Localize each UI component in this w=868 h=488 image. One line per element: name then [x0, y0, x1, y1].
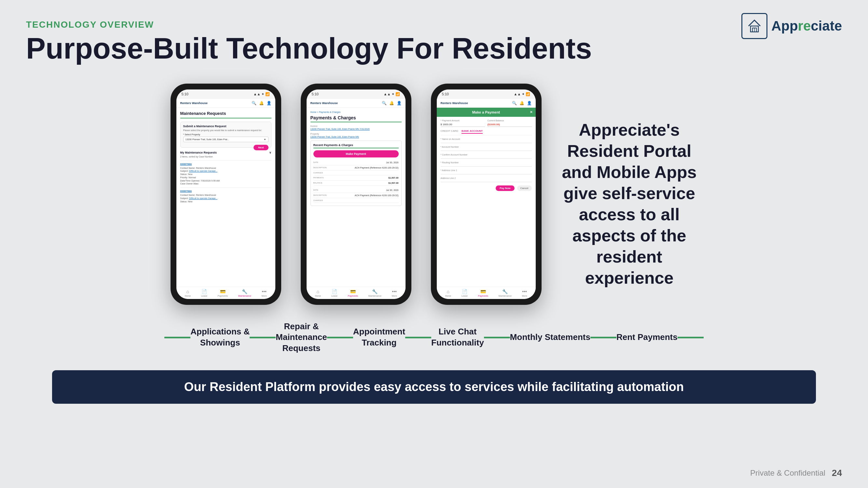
request-1-number[interactable]: 00087866 [180, 163, 272, 166]
p2-home-icon: ⌂ [317, 289, 319, 294]
phone-1-nav-icons: 🔍 🔔 👤 [252, 101, 272, 105]
phone-2-brand: Renters Warehouse [310, 101, 338, 105]
confirm-input[interactable] [441, 157, 532, 159]
make-payment-modal-header: Make a Payment ✕ [437, 108, 536, 117]
p3-payments-label: Payments [478, 295, 488, 297]
phone-1-brand: Renters Warehouse [180, 101, 208, 105]
next-button[interactable]: Next [253, 145, 268, 150]
payment-method-tabs: CREDIT CARD BANK ACCOUNT [441, 129, 532, 135]
search-icon[interactable]: 🔍 [252, 101, 256, 105]
phone-1-status-bar: 5:10 ▲▲ ✦ 📶 [177, 90, 275, 99]
search-icon-2[interactable]: 🔍 [382, 101, 386, 105]
user-icon-3[interactable]: 👤 [527, 101, 532, 105]
address2-input[interactable] [441, 180, 532, 182]
request-2-number[interactable]: 00087866 [180, 190, 272, 193]
name-input[interactable] [441, 141, 532, 143]
date2-value: Jul 30, 2020 [386, 189, 398, 191]
feature-label-4: Live ChatFunctionality [431, 326, 484, 349]
p2-nav-lease[interactable]: 📄 Lease [331, 289, 338, 297]
bank-account-tab[interactable]: BANK ACCOUNT [462, 129, 483, 134]
nav-more[interactable]: ••• More [262, 289, 267, 297]
search-icon-3[interactable]: 🔍 [512, 101, 517, 105]
r1-subject[interactable]: Difficult to operate Garage... [189, 170, 217, 172]
phones-container: 5:10 ▲▲ ✦ 📶 Renters Warehouse 🔍 🔔 👤 Main… [170, 84, 541, 305]
payments-row-1: PAYMENTS $1,507.00 [313, 175, 399, 181]
p2-nav-more[interactable]: ••• More [392, 289, 397, 297]
property-select[interactable]: 13200 Pioneer Trail, Suite 100, Eden Pra… [183, 137, 269, 142]
p2-nav-payments[interactable]: 💳 Payments [348, 289, 358, 297]
nav-lease-label: Lease [201, 295, 207, 297]
p2-more-icon: ••• [392, 289, 397, 294]
invoice-label: Invoice [310, 125, 402, 127]
feature-label-2: Repair &MaintenanceRequests [276, 321, 327, 354]
phone-3-bottom-nav: ⌂ Home 📄 Lease 💳 Payments 🔧 [437, 287, 536, 299]
request-1-details: Contact Name: Renters Warehouse Subject:… [180, 167, 272, 186]
r2-contact: Renters Warehouse [196, 194, 216, 196]
nav-lease[interactable]: 📄 Lease [201, 289, 207, 297]
address1-label: * Address Line 1 [441, 169, 532, 171]
confirm-label: * Confirm Account Number [441, 154, 532, 156]
p3-nav-lease[interactable]: 📄 Lease [462, 289, 468, 297]
p2-nav-home[interactable]: ⌂ Home [315, 289, 321, 297]
credit-card-tab[interactable]: CREDIT CARD [441, 129, 459, 134]
right-heading-text: Appreciate's Resident Portal and Mobile … [562, 120, 696, 287]
p3-nav-more[interactable]: ••• More [522, 289, 527, 297]
home-icon: ⌂ [186, 289, 189, 294]
desc1-label: DESCRIPTION [313, 167, 327, 169]
amount-input[interactable]: $ 1600.00 [441, 122, 485, 127]
nav-maintenance[interactable]: 🔧 Maintenance [238, 289, 251, 297]
p2-nav-maintenance[interactable]: 🔧 Maintenance [368, 289, 381, 297]
phone-1-bottom-nav: ⌂ Home 📄 Lease 💳 Payments 🔧 [177, 287, 275, 299]
nav-maintenance-label: Maintenance [238, 295, 251, 297]
bottom-banner-text: Our Resident Platform provides easy acce… [71, 380, 797, 394]
feature-dash-3 [405, 337, 431, 338]
phone-2-status-bar: 5:10 ▲▲ ✦ 📶 [307, 90, 405, 99]
close-modal-icon[interactable]: ✕ [530, 110, 532, 114]
balance-label: Current Balance [488, 120, 532, 122]
phone-2-bottom-nav: ⌂ Home 📄 Lease 💳 Payments 🔧 [307, 287, 405, 299]
footer-label: Private & Confidential [750, 468, 825, 478]
invoice-link[interactable]: 13200 Pioneer Trail, Suite 100, Eden Pra… [310, 128, 402, 130]
logo-text: Appreciate [771, 18, 842, 34]
phone-3-screen: 5:10 ▲▲ ✦ 📶 Renters Warehouse 🔍 🔔 👤 [437, 90, 536, 299]
footer-page: 24 [832, 468, 842, 478]
balance-col: Current Balance ($1600.00) [488, 120, 532, 127]
features-row: Applications &Showings Repair &Maintenan… [26, 321, 842, 354]
nav-home[interactable]: ⌂ Home [185, 289, 191, 297]
select-label: * Select Property [183, 133, 269, 136]
maintenance-icon: 🔧 [242, 289, 247, 294]
balance1-label: BALANCE [313, 182, 322, 184]
routing-number-field: * Routing Number [441, 161, 532, 167]
routing-input[interactable] [441, 164, 532, 167]
account-input[interactable] [441, 149, 532, 151]
payments1-value: $1,507.00 [388, 177, 398, 179]
r2-subject[interactable]: Difficult to operate Garage... [189, 197, 217, 199]
r2-status: New [188, 200, 192, 203]
desc2-value: ACH Payment (Reference #100-100-29:32) [355, 194, 399, 196]
property-link[interactable]: 13200 Pioneer Trail, Suite 100, Eden Pra… [310, 136, 402, 138]
nav-payments[interactable]: 💳 Payments [218, 289, 228, 297]
my-requests-toggle[interactable]: ∨ [269, 151, 272, 154]
request-item-2: 00087866 Contact Name: Renters Warehouse… [180, 187, 272, 205]
user-icon-2[interactable]: 👤 [397, 101, 402, 105]
pay-now-button[interactable]: Pay Now [496, 186, 514, 191]
cancel-button[interactable]: Cancel [517, 186, 532, 191]
content-area: 5:10 ▲▲ ✦ 📶 Renters Warehouse 🔍 🔔 👤 Main… [26, 84, 842, 305]
payments1-label: PAYMENTS [313, 177, 324, 179]
bell-icon[interactable]: 🔔 [259, 101, 264, 105]
user-icon[interactable]: 👤 [267, 101, 272, 105]
bell-icon-2[interactable]: 🔔 [389, 101, 394, 105]
p3-more-label: More [522, 295, 527, 297]
p2-nav-home-label: Home [315, 295, 321, 297]
modal-title: Make a Payment [472, 110, 500, 114]
charges1-label: CHARGES [313, 172, 323, 174]
p3-nav-maintenance[interactable]: 🔧 Maintenance [499, 289, 512, 297]
address1-input[interactable] [441, 172, 532, 174]
make-payment-button[interactable]: Make Payment [313, 150, 399, 158]
bell-icon-3[interactable]: 🔔 [520, 101, 524, 105]
feature-dash-start [164, 337, 190, 338]
phone-3-brand: Renters Warehouse [441, 101, 468, 105]
p3-nav-payments[interactable]: 💳 Payments [478, 289, 488, 297]
p3-nav-home[interactable]: ⌂ Home [445, 289, 451, 297]
feature-item-2: Repair &MaintenanceRequests [276, 321, 327, 354]
